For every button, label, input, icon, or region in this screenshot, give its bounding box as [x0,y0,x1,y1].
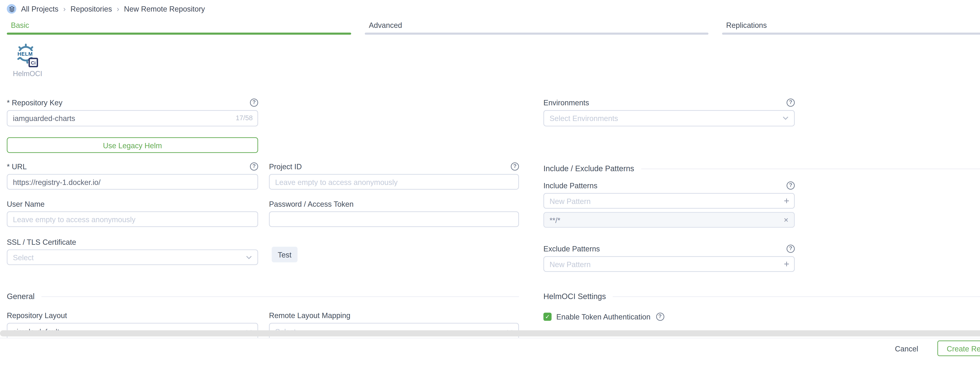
breadcrumb-separator-icon: › [117,5,119,13]
environments-placeholder: Select Environments [550,114,618,123]
tab-advanced-underline [365,33,708,35]
url-label: * URL [7,162,27,171]
include-pattern-chip: **/* ✕ [543,212,795,228]
oci-box-icon: Ci [29,58,38,67]
help-icon[interactable]: ? [511,162,519,171]
environments-select[interactable]: Select Environments [543,110,795,126]
tab-advanced-label: Advanced [369,21,402,29]
helmoci-settings-section-title: HelmOCI Settings [543,292,606,300]
enable-token-auth-label: Enable Token Authentication [556,312,650,321]
tab-replications-label: Replications [726,21,767,29]
include-patterns-field: Include Patterns ? + **/* ✕ [543,181,795,228]
exclude-pattern-input[interactable] [544,260,779,268]
remote-layout-mapping-label: Remote Layout Mapping [269,311,350,319]
char-counter: 17/58 [235,110,253,126]
section-divider [613,296,980,296]
breadcrumb-separator-icon: › [63,5,66,13]
tab-advanced[interactable]: Advanced [365,21,708,35]
breadcrumb-all-projects[interactable]: All Projects [21,5,59,13]
section-divider [41,296,519,296]
tab-basic-underline [7,33,351,35]
ssl-certificate-select[interactable]: Select [7,249,258,265]
breadcrumb-current-page: New Remote Repository [124,5,205,13]
help-icon[interactable]: ? [786,181,795,190]
add-include-pattern-icon[interactable]: + [779,194,794,208]
add-exclude-pattern-icon[interactable]: + [779,257,794,271]
repository-key-field: * Repository Key ? 17/58 [7,98,258,126]
ssl-certificate-placeholder: Select [13,253,34,261]
environments-field: Environments ? Select Environments [543,98,795,126]
include-exclude-section-header: Include / Exclude Patterns [543,164,980,173]
password-label: Password / Access Token [269,199,353,208]
exclude-patterns-field: Exclude Patterns ? + [543,244,795,272]
helmoci-settings-section-header: HelmOCI Settings [543,292,980,300]
cancel-button[interactable]: Cancel [889,340,924,356]
general-section-title: General [7,292,35,300]
help-icon[interactable]: ? [250,98,258,107]
section-divider [641,168,980,169]
project-id-input[interactable] [269,174,519,190]
use-legacy-helm-button[interactable]: Use Legacy Helm [7,137,258,153]
include-pattern-input-wrap: + [543,193,795,209]
user-name-input[interactable] [7,211,258,227]
remove-pattern-icon[interactable]: ✕ [783,217,789,223]
help-icon[interactable]: ? [786,244,795,253]
help-icon[interactable]: ? [786,98,795,107]
general-section-header: General [7,292,519,300]
repository-key-label: * Repository Key [7,98,62,107]
project-id-field: Project ID ? [269,162,519,190]
tab-replications[interactable]: Replications [722,21,980,35]
exclude-patterns-label: Exclude Patterns [543,244,600,253]
helm-oci-icon: HELM Ci [15,43,38,69]
chevron-down-icon [783,116,789,120]
help-icon[interactable]: ? [250,162,258,171]
tab-basic-label: Basic [11,21,29,29]
breadcrumb-repositories[interactable]: Repositories [70,5,112,13]
help-icon[interactable]: ? [656,312,664,321]
ssl-certificate-field: SSL / TLS Certificate Select [7,237,258,265]
checkmark-icon: ✓ [545,313,550,320]
include-patterns-label: Include Patterns [543,181,597,190]
project-id-label: Project ID [269,162,302,171]
tab-basic[interactable]: Basic [7,21,351,35]
user-name-label: User Name [7,199,45,208]
ssl-certificate-label: SSL / TLS Certificate [7,238,76,246]
user-name-field: User Name [7,199,258,227]
breadcrumb: All Projects › Repositories › New Remote… [7,4,205,14]
include-exclude-section-title: Include / Exclude Patterns [543,164,634,173]
test-connection-button[interactable]: Test [272,247,298,262]
form-scroll-area: HELM Ci HelmOCI * Repository Key ? 17/58… [0,38,980,338]
package-type-caption: HelmOCI [13,69,40,78]
enable-token-auth-checkbox[interactable]: ✓ [543,312,552,321]
exclude-pattern-input-wrap: + [543,256,795,272]
password-field: Password / Access Token [269,199,519,227]
include-pattern-input[interactable] [544,197,779,205]
repository-layout-label: Repository Layout [7,311,67,319]
tab-replications-underline [722,33,980,35]
new-remote-repository-page: All Projects › Repositories › New Remote… [0,0,980,373]
password-input[interactable] [269,211,519,227]
environments-label: Environments [543,98,589,107]
enable-token-auth-row: ✓ Enable Token Authentication ? [543,312,664,321]
footer-action-bar: Cancel Create Remote Repository [0,338,980,373]
helm-logo-text: HELM [15,51,35,57]
include-pattern-value: **/* [550,216,560,224]
package-type-helmoci: HELM Ci HelmOCI [13,43,40,78]
horizontal-scrollbar[interactable] [0,330,980,336]
url-input[interactable] [7,174,258,190]
chevron-down-icon [246,255,252,259]
url-field: * URL ? [7,162,258,190]
projects-layers-icon[interactable] [7,4,16,14]
repository-key-input[interactable] [7,110,258,126]
create-remote-repository-button[interactable]: Create Remote Repository [937,340,980,356]
